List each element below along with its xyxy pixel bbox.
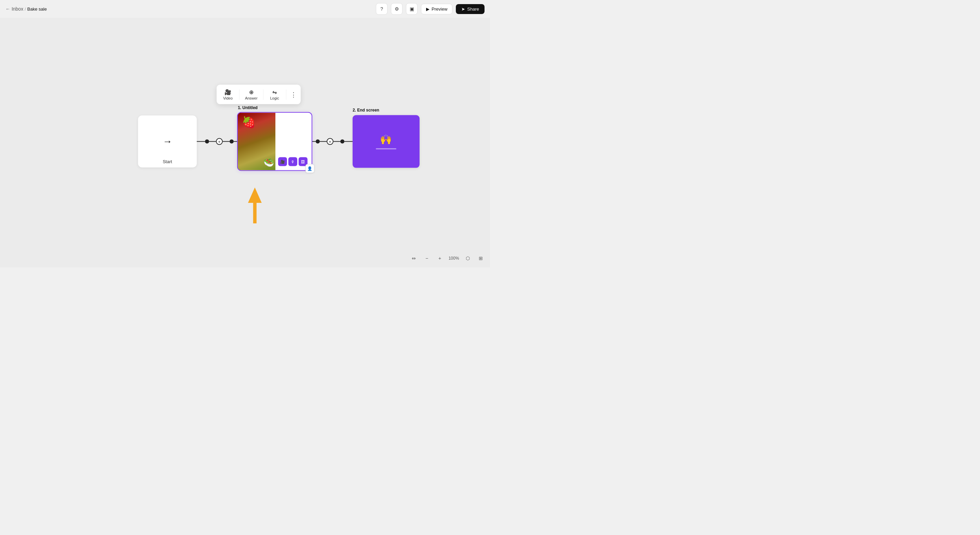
line-6 [320, 141, 327, 142]
arrow-annotation [241, 186, 269, 228]
question-card-inner: 🍓 🥗 🎥 🎙 🖼 [238, 113, 312, 170]
zoom-level: 100% [448, 256, 460, 261]
connector-1: + [197, 138, 237, 145]
line-2 [209, 141, 216, 142]
question-image: 🍓 🥗 [238, 113, 275, 170]
line-8 [344, 141, 353, 142]
project-name: Bake sale [27, 6, 47, 12]
zoom-out-button[interactable]: − [422, 253, 432, 264]
settings-button[interactable]: ⚙ [391, 3, 402, 15]
end-card-decoration [376, 149, 396, 150]
connector-2: + [312, 138, 353, 145]
line-4 [234, 141, 237, 142]
add-step-button-1[interactable]: + [216, 138, 223, 145]
back-button[interactable]: ← Inbox [5, 6, 23, 12]
start-label: Start [163, 159, 172, 164]
grid-button[interactable]: ⊞ [476, 253, 486, 264]
end-card-label: 2. End screen [353, 108, 379, 113]
share-icon: ➤ [461, 6, 465, 12]
toolbar-answer-label: Answer [245, 96, 258, 100]
question-controls: 🎥 🎙 🖼 [278, 157, 309, 168]
filter-button[interactable]: ⬡ [463, 253, 473, 264]
toolbar-video-label: Video [223, 96, 233, 100]
arrow-annotation-svg [241, 186, 269, 227]
help-button[interactable]: ? [376, 3, 388, 15]
preview-label: Preview [431, 6, 447, 12]
preview-play-icon: ▶ [426, 6, 430, 12]
canvas: → Start + 🎥 Video ⊕ Ans [0, 18, 490, 267]
answer-icon: ⊕ [249, 89, 253, 96]
breadcrumb-separator: / [25, 6, 26, 12]
toolbar-divider-3 [286, 89, 286, 99]
card-corner-button[interactable]: 👤 [305, 164, 314, 173]
share-button[interactable]: ➤ Share [456, 4, 485, 14]
breadcrumb: ← Inbox / Bake sale [5, 6, 47, 12]
question-right-panel: 🎥 🎙 🖼 [275, 113, 312, 170]
end-card-emoji: 🙌 [380, 134, 392, 145]
toolbar-divider-1 [239, 89, 240, 99]
line-5 [312, 141, 316, 142]
toolbar-logic[interactable]: ⇋ Logic [265, 87, 285, 102]
flow-container: → Start + 🎥 Video ⊕ Ans [138, 112, 420, 171]
dot-2 [230, 140, 234, 144]
start-arrow-icon: → [163, 136, 172, 147]
preview-button[interactable]: ▶ Preview [421, 4, 452, 14]
fit-to-screen-button[interactable]: ⇔ [409, 253, 419, 264]
header-actions: ? ⚙ ▣ ▶ Preview ➤ Share [376, 3, 485, 15]
card-toolbar: 🎥 Video ⊕ Answer ⇋ Logic ⋮ [216, 85, 301, 104]
toolbar-answer[interactable]: ⊕ Answer [241, 87, 262, 102]
end-card-wrapper: 2. End screen 🙌 [353, 115, 420, 168]
share-label: Share [467, 6, 479, 12]
toolbar-video[interactable]: 🎥 Video [218, 87, 238, 102]
svg-marker-1 [248, 187, 262, 224]
toolbar-divider-2 [263, 89, 264, 99]
toolbar-logic-label: Logic [270, 96, 279, 100]
add-step-button-2[interactable]: + [327, 138, 334, 145]
zoom-in-button[interactable]: + [434, 253, 445, 264]
question-card-container: 🎥 Video ⊕ Answer ⇋ Logic ⋮ 1. Untitled [237, 112, 312, 171]
start-card[interactable]: → Start [138, 116, 197, 168]
video-icon: 🎥 [224, 89, 231, 96]
line-1 [197, 141, 205, 142]
header: ← Inbox / Bake sale ? ⚙ ▣ ▶ Preview ➤ Sh… [0, 0, 490, 18]
end-screen-card[interactable]: 🙌 [353, 115, 420, 168]
line-3 [223, 141, 230, 142]
dot-1 [205, 140, 209, 144]
dot-3 [316, 140, 320, 144]
question-label: 1. Untitled [238, 105, 258, 110]
toolbar-more-button[interactable]: ⋮ [288, 89, 299, 100]
line-7 [334, 141, 340, 142]
dot-4 [340, 140, 344, 144]
frame-button[interactable]: ▣ [406, 3, 418, 15]
ctrl-video-btn[interactable]: 🎥 [278, 157, 287, 166]
question-card[interactable]: 1. Untitled 🍓 🥗 🎥 🎙 🖼 [237, 112, 312, 171]
logic-icon: ⇋ [272, 89, 277, 96]
bottom-toolbar: ⇔ − + 100% ⬡ ⊞ [409, 253, 486, 264]
ctrl-mic-btn[interactable]: 🎙 [288, 157, 297, 166]
